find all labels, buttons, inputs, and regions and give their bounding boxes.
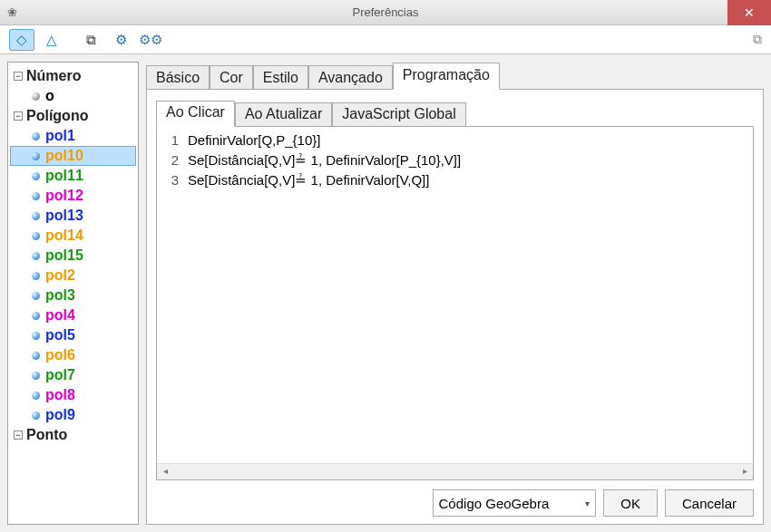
layout-icon[interactable]: ⧉ [78, 29, 103, 51]
tree-item[interactable]: pol8 [10, 385, 136, 405]
toolbar: ◇ △ ⧉ ⚙ ⚙⚙ ⧉ [0, 25, 771, 54]
bullet-icon [32, 332, 40, 340]
collapse-icon[interactable]: − [14, 430, 23, 440]
tree-item-label: pol2 [45, 267, 75, 284]
tree-item-label: pol3 [45, 287, 75, 304]
bullet-icon [32, 92, 40, 101]
tab-basico[interactable]: Básico [146, 65, 210, 90]
tree-item-label: pol6 [45, 347, 75, 363]
script-language-select[interactable]: Código GeoGebra ▾ [433, 489, 597, 517]
subtab-aoclicar[interactable]: Ao Clicar [156, 101, 235, 127]
collapse-icon[interactable]: − [14, 111, 23, 121]
select-value: Código GeoGebra [439, 496, 550, 511]
object-tree[interactable]: − Número o − Polígono pol1pol10pol11pol1… [7, 62, 139, 525]
bullet-icon [32, 411, 40, 420]
tree-item-label: o [45, 88, 54, 104]
bullet-icon [32, 152, 40, 160]
objects-icon[interactable]: ◇ [9, 29, 34, 51]
bullet-icon [32, 172, 40, 180]
tree-item[interactable]: pol15 [10, 246, 136, 266]
advanced-icon[interactable]: ⚙⚙ [138, 29, 163, 51]
bullet-icon [32, 352, 40, 360]
tree-group-label: Ponto [26, 427, 67, 443]
cancel-button[interactable]: Cancelar [665, 489, 754, 517]
tree-item[interactable]: pol5 [10, 325, 136, 345]
graphics-icon[interactable]: △ [39, 29, 64, 51]
bullet-icon [32, 252, 40, 260]
tab-cor[interactable]: Cor [210, 65, 253, 90]
tree-group-poligono[interactable]: − Polígono [10, 106, 136, 126]
tab-programacao[interactable]: Programação [393, 63, 500, 90]
scroll-right-icon[interactable]: ▸ [737, 464, 753, 480]
scroll-left-icon[interactable]: ◂ [157, 464, 173, 480]
tree-group-ponto[interactable]: − Ponto [10, 425, 136, 445]
tree-item-label: pol1 [45, 128, 75, 144]
tree-item-label: pol5 [45, 327, 75, 343]
tab-avancado[interactable]: Avançado [308, 65, 393, 90]
tree-item-label: pol12 [45, 188, 83, 204]
tree-item-label: pol11 [45, 168, 83, 184]
collapse-icon[interactable]: − [14, 72, 23, 81]
tree-item[interactable]: pol4 [10, 305, 136, 325]
bullet-icon [32, 192, 40, 200]
tree-item[interactable]: pol7 [10, 365, 136, 385]
bullet-icon [32, 392, 40, 400]
tree-group-label: Polígono [26, 108, 88, 124]
tree-item[interactable]: pol13 [10, 206, 136, 226]
tree-item-label: pol10 [45, 148, 83, 164]
horizontal-scrollbar[interactable]: ◂ ▸ [157, 463, 753, 479]
tree-item-label: pol14 [45, 227, 83, 244]
tree-item[interactable]: pol6 [10, 345, 136, 365]
chevron-down-icon: ▾ [585, 498, 590, 508]
bullet-icon [32, 312, 40, 320]
bullet-icon [32, 292, 40, 300]
subtab-aoatualizar[interactable]: Ao Atualizar [235, 102, 332, 127]
detach-icon[interactable]: ⧉ [753, 32, 762, 47]
app-icon: ❀ [7, 5, 17, 19]
tree-item[interactable]: o [10, 86, 136, 106]
tree-item[interactable]: pol9 [10, 405, 136, 425]
tree-group-label: Número [26, 68, 81, 84]
tree-item[interactable]: pol12 [10, 186, 136, 206]
tab-estilo[interactable]: Estilo [253, 65, 308, 90]
tree-item-label: pol8 [45, 387, 75, 403]
bullet-icon [32, 372, 40, 380]
sub-tabs: Ao Clicar Ao Atualizar JavaScript Global [156, 99, 754, 126]
ok-button[interactable]: OK [603, 489, 658, 517]
close-button[interactable]: ✕ [727, 0, 771, 25]
main-tabs: Básico Cor Estilo Avançado Programação [146, 62, 764, 89]
tree-item-label: pol9 [45, 407, 75, 423]
code-editor[interactable]: DefinirValor[Q,P_{10}]Se[Distância[Q,V]≟… [184, 127, 753, 463]
bullet-icon [32, 232, 40, 240]
tree-item[interactable]: pol14 [10, 226, 136, 246]
tree-item[interactable]: pol3 [10, 285, 136, 305]
titlebar: ❀ Preferências ✕ [0, 0, 771, 25]
bullet-icon [32, 272, 40, 280]
tree-item-label: pol13 [45, 208, 83, 224]
defaults-icon[interactable]: ⚙ [108, 29, 133, 51]
tree-item-label: pol7 [45, 367, 75, 383]
tree-group-numero[interactable]: − Número [10, 66, 136, 86]
line-gutter: 123 [157, 127, 184, 463]
tree-item[interactable]: pol10 [10, 146, 136, 166]
tree-item-label: pol15 [45, 247, 83, 264]
tree-item-label: pol4 [45, 307, 75, 324]
tree-item[interactable]: pol2 [10, 266, 136, 285]
window-title: Preferências [353, 5, 419, 19]
bullet-icon [32, 132, 40, 140]
tree-item[interactable]: pol1 [10, 126, 136, 146]
subtab-jsglobal[interactable]: JavaScript Global [332, 102, 465, 127]
bullet-icon [32, 212, 40, 220]
tree-item[interactable]: pol11 [10, 166, 136, 186]
